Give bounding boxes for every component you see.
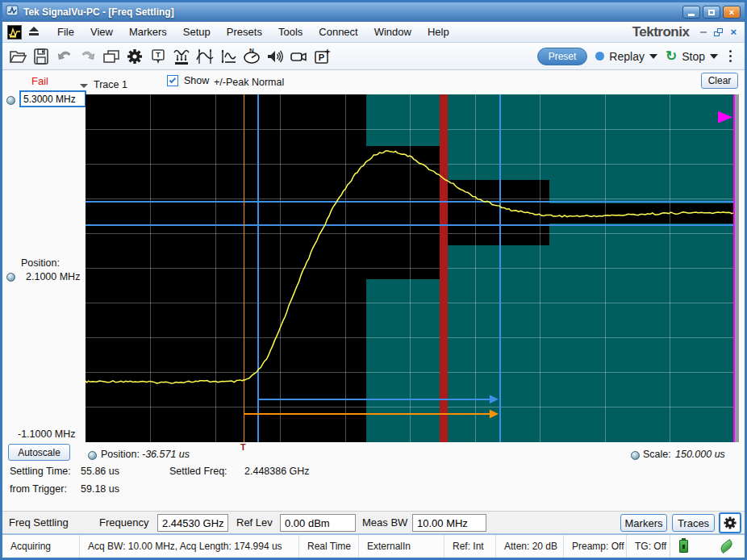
audio-icon[interactable] bbox=[263, 44, 286, 68]
x-position-knob-icon[interactable] bbox=[88, 451, 97, 460]
mdi-minimize-icon[interactable] bbox=[700, 31, 707, 33]
settling-time-label: Settling Time: bbox=[10, 466, 71, 477]
measurement-name: Freq Settling bbox=[9, 516, 69, 529]
ref-lev-label: Ref Lev bbox=[236, 516, 273, 529]
main-toolbar: T N P Preset Replay bbox=[2, 43, 745, 70]
clear-button[interactable]: Clear bbox=[701, 73, 738, 89]
analysis-gear-button[interactable] bbox=[719, 512, 741, 533]
menu-item-markers[interactable]: Markers bbox=[121, 23, 175, 41]
status-cell-externalin: ExternalIn bbox=[359, 535, 444, 558]
meas-bw-label: Meas BW bbox=[362, 516, 407, 529]
from-trigger-label: from Trigger: bbox=[10, 483, 67, 495]
displays-icon[interactable] bbox=[99, 44, 123, 68]
x-scale-knob-icon[interactable] bbox=[631, 451, 640, 460]
preset-button[interactable]: Preset bbox=[537, 48, 588, 65]
menu-item-help[interactable]: Help bbox=[419, 23, 457, 41]
meter-icon[interactable]: N bbox=[240, 44, 263, 68]
undo-icon[interactable] bbox=[52, 44, 76, 68]
traces-button[interactable]: Traces bbox=[672, 514, 715, 532]
settled-freq-label: Settled Freq: bbox=[169, 466, 227, 477]
battery-icon bbox=[679, 540, 688, 553]
stop-control[interactable]: ↻ Stop bbox=[666, 49, 718, 63]
eject-icon[interactable] bbox=[28, 27, 40, 37]
close-button[interactable]: × bbox=[723, 6, 741, 19]
mask-region-lower-2 bbox=[549, 224, 735, 442]
markers-button[interactable]: Markers bbox=[620, 514, 667, 532]
status-cell-ref: Ref: Int bbox=[444, 535, 496, 558]
trace-selector[interactable]: Trace 1 bbox=[80, 77, 127, 91]
settling-time-value: 55.86 us bbox=[81, 466, 119, 477]
mdi-close-icon[interactable]: × bbox=[730, 27, 737, 37]
marker-peak-icon[interactable] bbox=[193, 44, 216, 68]
camera-icon[interactable] bbox=[286, 44, 310, 68]
preset-star-icon[interactable]: P bbox=[310, 44, 333, 68]
pass-fail-indicator: Fail bbox=[31, 75, 48, 87]
y-position-value[interactable]: 2.1000 MHz bbox=[26, 271, 80, 282]
stop-caret-icon[interactable] bbox=[710, 54, 718, 59]
window-icon bbox=[6, 4, 19, 20]
y-max-input[interactable] bbox=[19, 90, 86, 107]
trace-label: Trace 1 bbox=[94, 79, 127, 90]
settling-plot[interactable] bbox=[86, 94, 735, 442]
measurement-panel: Fail Trace 1 Show +/-Peak Normal Clear P… bbox=[2, 70, 745, 511]
menu-item-window[interactable]: Window bbox=[366, 23, 419, 41]
x-scale-value[interactable]: 150.000 us bbox=[675, 449, 725, 460]
y-position-label: Position: bbox=[21, 257, 60, 269]
settings-gear-icon[interactable] bbox=[123, 44, 146, 68]
trigger-label: T bbox=[240, 442, 246, 452]
mdi-restore-icon[interactable] bbox=[714, 28, 723, 36]
status-cell-real-time: Real Time bbox=[299, 535, 359, 558]
svg-text:P: P bbox=[318, 52, 323, 62]
y-position-knob-icon[interactable] bbox=[6, 273, 15, 282]
open-icon[interactable] bbox=[6, 44, 29, 68]
ref-lev-input[interactable] bbox=[280, 514, 356, 532]
spectrum-icon[interactable] bbox=[169, 44, 193, 68]
frequency-input[interactable] bbox=[157, 514, 228, 532]
x-position-value[interactable]: -36.571 us bbox=[142, 449, 190, 460]
settled-freq-value: 2.448386 GHz bbox=[244, 466, 310, 477]
mask-region-upper-0 bbox=[366, 94, 440, 146]
menu-item-setup[interactable]: Setup bbox=[175, 23, 219, 41]
brand-logo: Tektronix bbox=[632, 24, 701, 40]
save-icon[interactable] bbox=[29, 44, 52, 68]
x-scale-label: Scale: bbox=[643, 449, 671, 460]
x-position-label: Position: bbox=[101, 449, 140, 460]
stop-label: Stop bbox=[682, 50, 705, 63]
status-cell-atten: Atten: 20 dB bbox=[496, 535, 564, 558]
menu-bar: FileViewMarkersSetupPresetsToolsConnectW… bbox=[2, 22, 745, 43]
show-label: Show bbox=[184, 75, 209, 86]
app-icon[interactable] bbox=[7, 25, 22, 40]
menu-item-file[interactable]: File bbox=[49, 23, 82, 41]
amplitude-icon[interactable] bbox=[216, 44, 240, 68]
connection-cell[interactable] bbox=[708, 535, 745, 558]
autoscale-button[interactable]: Autoscale bbox=[8, 444, 70, 461]
settling-plot-svg bbox=[86, 94, 735, 442]
status-cell-acq-bw: Acq BW: 10.00 MHz, Acq Length: 174.994 u… bbox=[80, 535, 299, 558]
overflow-menu-icon[interactable] bbox=[726, 50, 735, 62]
detection-mode-label: +/-Peak Normal bbox=[214, 77, 284, 88]
violation-bar bbox=[440, 94, 448, 442]
replay-caret-icon[interactable] bbox=[649, 54, 657, 59]
replay-label: Replay bbox=[609, 50, 645, 63]
maximize-button[interactable] bbox=[703, 6, 720, 19]
status-cell-acquiring[interactable]: Acquiring bbox=[2, 535, 80, 558]
menu-items: FileViewMarkersSetupPresetsToolsConnectW… bbox=[49, 23, 457, 41]
menu-item-view[interactable]: View bbox=[82, 23, 121, 41]
window-title: Tek SignalVu-PC - [Freq Settling] bbox=[23, 6, 174, 18]
menu-item-presets[interactable]: Presets bbox=[219, 23, 270, 41]
y-max-knob-icon[interactable] bbox=[6, 96, 15, 105]
meas-bw-input[interactable] bbox=[412, 514, 486, 532]
text-marker-icon[interactable]: T bbox=[146, 44, 169, 68]
from-trigger-value: 59.18 us bbox=[81, 483, 119, 495]
mask-region-upper-2 bbox=[549, 94, 735, 203]
menu-item-connect[interactable]: Connect bbox=[311, 23, 365, 41]
connection-leaf-icon bbox=[719, 539, 735, 554]
status-cell-preamp: Preamp: Off bbox=[564, 535, 627, 558]
title-bar[interactable]: Tek SignalVu-PC - [Freq Settling] × bbox=[2, 2, 745, 22]
redo-icon[interactable] bbox=[76, 44, 99, 68]
minimize-button[interactable] bbox=[682, 6, 700, 19]
menu-item-tools[interactable]: Tools bbox=[270, 23, 311, 41]
show-checkbox[interactable] bbox=[167, 75, 178, 86]
frequency-label: Frequency bbox=[99, 516, 148, 529]
replay-control[interactable]: Replay bbox=[595, 50, 657, 63]
